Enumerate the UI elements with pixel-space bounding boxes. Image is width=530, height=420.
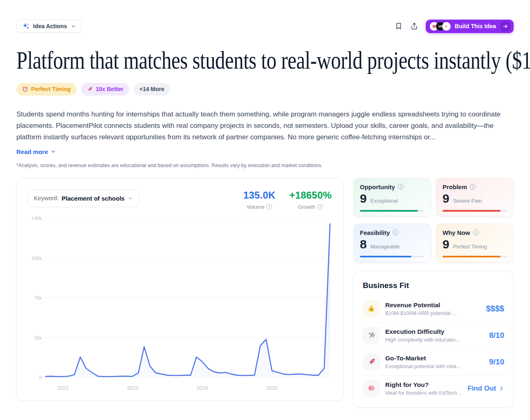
svg-text:2025: 2025 [266,385,278,391]
builder-logos: v0 [430,22,451,31]
score-number: 9 [442,238,449,250]
keyword-label: Keyword: [34,195,58,201]
info-icon[interactable]: i [393,230,398,235]
bf-row-title: Go-To-Market [385,355,484,362]
page-title: Platform that matches students to real-w… [16,47,434,75]
volume-stat: 135.0K Volume ? [243,190,276,210]
score-bar [360,210,424,212]
svg-text:35k: 35k [34,335,42,340]
score-card-opportunity: Opportunity i 9 Exceptional [353,178,431,217]
svg-text:140k: 140k [31,216,42,221]
bookmark-button[interactable] [395,22,403,30]
sparkle-icon [22,22,29,30]
badge-label: Perfect Timing [31,86,71,92]
svg-text:0: 0 [39,375,42,380]
svg-text:2022: 2022 [57,385,69,391]
score-title: Problem [442,183,467,190]
score-number: 9 [360,192,367,205]
info-icon[interactable]: i [473,230,479,235]
bookmark-icon [395,22,403,30]
read-more-label: Read more [16,148,48,155]
keyword-value: Placement of schools [61,195,124,202]
score-bar [442,210,507,212]
growth-help-icon[interactable]: ? [317,204,323,210]
brain-icon [363,380,380,397]
idea-actions-button[interactable]: Idea Actions [16,20,82,33]
score-card-why-now: Why Now i 9 Perfect Timing [436,223,514,263]
toolbar: Idea Actions [16,0,514,33]
bf-row-title: Revenue Potential [385,302,481,309]
bolt-logo-icon [442,22,451,31]
score-descriptor: Exceptional [371,198,398,204]
svg-text:70k: 70k [34,295,42,300]
money-bag-icon: $ [363,300,380,317]
chevron-down-icon [128,196,133,201]
volume-help-icon[interactable]: ? [266,204,272,210]
info-icon[interactable]: i [398,184,404,190]
bf-row-subtitle: Exceptional potential with clea... [385,363,484,369]
keyword-dropdown[interactable]: Keyword: Placement of schools [27,190,139,207]
score-descriptor: Perfect Timing [453,244,487,250]
bf-row-subtitle: Ideal for founders with EdTech... [385,390,462,396]
badge-more[interactable]: +14 More [134,83,170,96]
bf-row-subtitle: $10M-$100M ARR potential ... [385,310,481,316]
business-fit-row-execution: Execution Difficulty High complexity wit… [362,322,505,349]
score-card-problem: Problem i 9 Severe Pain [436,178,514,217]
trend-chart-card: Keyword: Placement of schools 135.0K Vol… [16,178,344,401]
svg-text:2023: 2023 [127,385,138,391]
bf-row-title: Right for You? [385,381,462,389]
svg-text:2024: 2024 [197,385,208,391]
business-fit-heading: Business Fit [362,281,505,290]
chevron-down-icon [50,149,56,154]
volume-value: 135.0K [243,190,276,201]
score-title: Opportunity [360,183,395,190]
badge-label: +14 More [139,86,164,92]
trend-line-chart: 035k70k105k140k2022202320242025 [27,212,334,395]
svg-text:105k: 105k [31,255,42,260]
toolbar-actions: v0 Build This Idea [395,20,514,33]
idea-description: Students spend months hunting for intern… [16,109,514,143]
badge-label: 10x Better [96,86,124,92]
badge-row: Perfect Timing 10x Better +14 More [16,83,514,96]
badge-perfect-timing[interactable]: Perfect Timing [16,83,76,96]
disclaimer-text: *Analysis, scores, and revenue estimates… [16,163,514,168]
business-fit-row-gtm: Go-To-Market Exceptional potential with … [362,349,505,375]
growth-value: +18650% [290,190,332,201]
badge-10x-better[interactable]: 10x Better [81,83,129,96]
growth-label: Growth [298,204,315,210]
rocket-icon [363,353,380,371]
tools-icon [363,327,380,344]
business-fit-row-revenue: $ Revenue Potential $10M-$100M ARR poten… [362,296,505,322]
go-to-market-score: 9/10 [489,357,504,366]
score-bar [442,256,507,257]
score-card-feasibility: Feasibility i 8 Manageable [353,223,431,263]
score-grid: Opportunity i 9 Exceptional Problem i [353,178,514,263]
score-number: 8 [360,238,367,250]
score-title: Feasibility [360,229,390,236]
build-this-idea-label: Build This Idea [455,23,496,29]
bf-row-subtitle: High complexity with educatio... [385,337,484,343]
idea-actions-label: Idea Actions [33,23,67,29]
execution-difficulty-score: 8/10 [489,331,504,340]
revenue-potential-value: $$$$ [486,304,505,313]
growth-stat: +18650% Growth ? [290,190,332,210]
share-button[interactable] [410,22,418,30]
share-icon [410,22,418,30]
volume-label: Volume [247,204,264,210]
read-more-button[interactable]: Read more [16,148,56,155]
rocket-icon [87,86,93,92]
score-descriptor: Severe Pain [453,198,482,204]
info-icon[interactable]: i [470,184,476,190]
business-fit-card: Business Fit $ Revenue Potential $10M-$1… [353,271,514,408]
chevron-down-icon [71,24,76,29]
score-title: Why Now [442,229,470,236]
arrow-right-icon [500,21,510,31]
build-this-idea-button[interactable]: v0 Build This Idea [426,20,514,33]
find-out-label: Find Out [467,384,496,393]
alarm-clock-icon [22,86,28,92]
find-out-link[interactable]: Find Out [467,384,504,393]
svg-text:$: $ [371,308,373,311]
score-bar [360,256,424,257]
score-descriptor: Manageable [371,244,400,250]
chevron-right-icon [499,386,504,391]
